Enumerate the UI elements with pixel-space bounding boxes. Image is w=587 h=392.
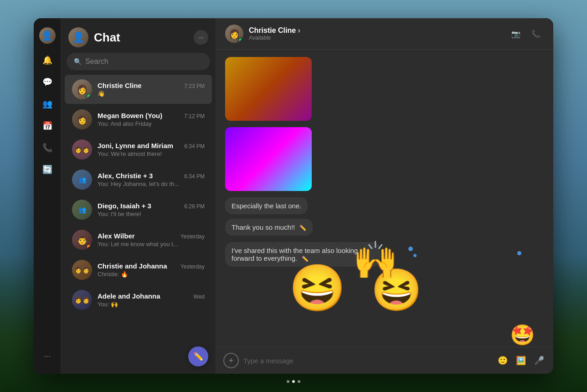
chat-time: 6:34 PM — [184, 143, 205, 150]
compose-button[interactable]: ✏️ — [188, 346, 208, 366]
chat-info-alex-g: Alex, Christie + 3 6:34 PM You: Hey Joha… — [98, 172, 205, 187]
small-emoji-bottom: 🤩 — [510, 323, 535, 347]
avatar-alex-wilber: 👨 — [72, 230, 92, 250]
app-window: 👤 🔔 💬 👥 📅 📞 🔄 ··· 👤 Chat ··· 🔍 — [34, 18, 553, 374]
chat-preview: Christie: 🔥 — [98, 271, 205, 278]
bottom-dot-1 — [287, 380, 289, 383]
blue-dot-top-right — [517, 251, 521, 255]
nav-calendar-button[interactable]: 📅 — [38, 117, 57, 135]
edit-icon-3[interactable]: ✏️ — [302, 256, 309, 262]
chat-time: Yesterday — [180, 263, 205, 270]
message-row-image2 — [225, 127, 544, 194]
more-icon: ··· — [198, 34, 204, 41]
nav-activity-button[interactable]: 🔄 — [38, 160, 57, 179]
chat-info-diego: Diego, Isaiah + 3 6:28 PM You: I'll be t… — [98, 202, 205, 217]
chat-name: Christie Cline — [98, 82, 142, 89]
video-call-button[interactable]: 📷 — [508, 26, 524, 42]
nav-calls-button[interactable]: 📞 — [38, 139, 57, 157]
message-text-3: I've shared this with the team also look… — [232, 247, 358, 262]
chat-name: Megan Bowen (You) — [98, 112, 162, 119]
message-bubble-2: Thank you so much!! ✏️ — [225, 219, 313, 236]
chat-preview: You: And also Friday — [98, 120, 205, 127]
chat-item-diego-isaiah-3[interactable]: 👥 Diego, Isaiah + 3 6:28 PM You: I'll be… — [65, 195, 212, 224]
chat-header: 👩 Christie Cline Available 📷 📞 — [216, 18, 553, 50]
add-attachment-button[interactable]: + — [223, 353, 239, 368]
nav-user-avatar[interactable]: 👤 — [39, 27, 56, 44]
avatar-megan-bowen: 👩 — [72, 109, 92, 129]
nav-more-button[interactable]: ··· — [40, 348, 54, 365]
avatar-christie-johanna: 👩👩 — [72, 260, 92, 280]
search-input[interactable] — [85, 57, 203, 66]
search-icon: 🔍 — [74, 58, 82, 65]
message-text-2: Thank you so much!! — [232, 223, 295, 231]
chat-main: 👩 Christie Cline Available 📷 📞 — [216, 18, 553, 374]
chat-name: Alex, Christie + 3 — [98, 172, 153, 180]
voice-call-button[interactable]: 📞 — [528, 26, 544, 42]
chat-time: 6:28 PM — [184, 203, 205, 210]
chat-item-alex-wilber[interactable]: 👨 Alex Wilber Yesterday You: Let me know… — [65, 225, 212, 254]
video-icon: 📷 — [511, 30, 520, 38]
image-attach-button[interactable]: 🖼️ — [514, 354, 528, 367]
nav-sidebar: 👤 🔔 💬 👥 📅 📞 🔄 ··· — [34, 18, 61, 374]
chat-item-christie-cline[interactable]: 👩 Christie Cline 7:23 PM 👋 — [65, 75, 212, 104]
chat-time: 6:34 PM — [184, 173, 205, 180]
chat-preview: You: 🙌 — [98, 301, 205, 308]
chat-more-button[interactable]: ··· — [194, 30, 208, 45]
window-bottom-bar — [287, 380, 300, 383]
compose-icon: ✏️ — [193, 351, 203, 361]
emoji-picker-button[interactable]: 🙂 — [496, 354, 510, 367]
chat-name: Joni, Lynne and Miriam — [98, 142, 173, 150]
laugh-emoji-left: 😆 — [289, 265, 346, 310]
chat-item-joni-lynne-miriam[interactable]: 👩👩 Joni, Lynne and Miriam 6:34 PM You: W… — [65, 135, 212, 164]
voice-message-button[interactable]: 🎤 — [532, 354, 546, 367]
chat-info-adele: Adele and Johanna Wed You: 🙌 — [98, 292, 205, 308]
chat-time: Wed — [194, 294, 205, 300]
chat-info-joni: Joni, Lynne and Miriam 6:34 PM You: We'r… — [98, 142, 205, 157]
image-preview-1[interactable] — [225, 57, 312, 121]
chat-preview: You: I'll be there! — [98, 211, 205, 217]
chat-time: 7:12 PM — [184, 113, 205, 119]
chat-preview: You: Let me know what you t... — [98, 241, 205, 248]
nav-chat-button[interactable]: 💬 — [38, 73, 57, 91]
blue-dots-decoration — [404, 247, 417, 257]
message-input[interactable] — [243, 357, 491, 365]
edit-icon-2[interactable]: ✏️ — [299, 225, 306, 231]
message-bubble-1: Especially the last one. — [225, 197, 308, 214]
chat-name: Alex Wilber — [98, 232, 135, 240]
avatar-alex-group: 👥 — [72, 170, 92, 190]
bottom-dot-2 — [292, 380, 295, 383]
chat-input-area: + 🙂 🖼️ 🎤 — [216, 347, 553, 374]
chat-header-info: Christie Cline Available — [249, 26, 502, 41]
chat-name: Adele and Johanna — [98, 292, 160, 300]
chat-name: Diego, Isaiah + 3 — [98, 202, 151, 210]
header-status-dot — [238, 37, 243, 42]
chat-info-alex-w: Alex Wilber Yesterday You: Let me know w… — [98, 232, 205, 248]
message-row-2: Thank you so much!! ✏️ — [225, 219, 544, 238]
chat-info-christie-cline: Christie Cline 7:23 PM 👋 — [98, 82, 205, 97]
chat-item-alex-christie-3[interactable]: 👥 Alex, Christie + 3 6:34 PM You: Hey Jo… — [65, 165, 212, 194]
chat-header-name[interactable]: Christie Cline — [249, 26, 502, 35]
bottom-dot-3 — [298, 380, 300, 383]
nav-teams-button[interactable]: 👥 — [38, 95, 57, 113]
chat-item-megan-bowen[interactable]: 👩 Megan Bowen (You) 7:12 PM You: And als… — [65, 105, 212, 134]
chat-header-avatar: 👩 — [225, 25, 243, 43]
avatar-diego-group: 👥 — [72, 200, 92, 220]
chat-preview: You: We're almost there! — [98, 150, 205, 157]
status-dot-online — [86, 93, 92, 99]
search-bar[interactable]: 🔍 — [67, 53, 210, 70]
header-user-avatar[interactable]: 👤 — [68, 27, 88, 47]
chat-header-status-text: Available — [249, 35, 502, 41]
phone-icon: 📞 — [531, 30, 541, 38]
chat-info-megan: Megan Bowen (You) 7:12 PM You: And also … — [98, 112, 205, 127]
chat-preview: 👋 — [98, 90, 205, 97]
chat-name: Christie and Johanna — [98, 262, 167, 270]
messages-area: Especially the last one. Thank you so mu… — [216, 50, 553, 347]
nav-notifications-button[interactable]: 🔔 — [38, 51, 57, 69]
chat-item-christie-johanna[interactable]: 👩👩 Christie and Johanna Yesterday Christ… — [65, 255, 212, 284]
plus-icon: + — [229, 356, 234, 366]
image-preview-2[interactable] — [225, 127, 312, 191]
app-title: Chat — [94, 31, 188, 45]
chat-item-adele-johanna[interactable]: 👩👩 Adele and Johanna Wed You: 🙌 — [65, 285, 212, 315]
chat-list: 👩 Christie Cline 7:23 PM 👋 👩 — [61, 74, 216, 374]
message-row-1: Especially the last one. — [225, 197, 544, 217]
